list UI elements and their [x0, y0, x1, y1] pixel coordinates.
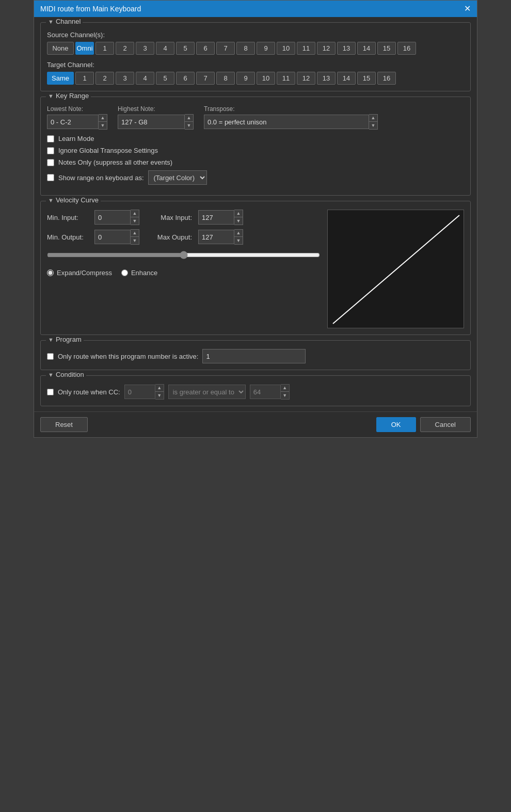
source-ch-btn-16[interactable]: 16 — [397, 42, 416, 55]
target-ch-btn-5[interactable]: 5 — [156, 72, 174, 85]
source-ch-btn-3[interactable]: 3 — [136, 42, 154, 55]
expand-radio-item[interactable]: Expand/Compress — [47, 269, 112, 277]
target-ch-btn-13[interactable]: 13 — [317, 72, 336, 85]
source-ch-btn-none[interactable]: None — [47, 42, 74, 55]
min-output-up[interactable]: ▲ — [131, 230, 139, 237]
min-output-down[interactable]: ▼ — [131, 237, 139, 244]
cc-value-input[interactable] — [124, 385, 155, 399]
cancel-button[interactable]: Cancel — [420, 417, 471, 432]
source-ch-btn-6[interactable]: 6 — [196, 42, 215, 55]
source-ch-btn-1[interactable]: 1 — [95, 42, 114, 55]
target-ch-btn-9[interactable]: 9 — [236, 72, 255, 85]
close-button[interactable]: ✕ — [464, 5, 471, 13]
source-ch-btn-omni[interactable]: Omni — [75, 42, 94, 55]
threshold-up[interactable]: ▲ — [281, 385, 289, 392]
ignore-global-checkbox[interactable] — [47, 147, 54, 154]
target-ch-btn-11[interactable]: 11 — [277, 72, 295, 85]
target-ch-btn-1[interactable]: 1 — [75, 72, 94, 85]
min-input-down[interactable]: ▼ — [131, 217, 139, 225]
source-ch-btn-13[interactable]: 13 — [337, 42, 356, 55]
source-ch-btn-11[interactable]: 11 — [297, 42, 315, 55]
max-input-field[interactable] — [198, 210, 234, 225]
target-ch-btn-3[interactable]: 3 — [116, 72, 134, 85]
cc-value-down[interactable]: ▼ — [155, 392, 164, 399]
midi-route-dialog: MIDI route from Main Keyboard ✕ ▼ Channe… — [34, 0, 477, 438]
cc-value-up[interactable]: ▲ — [155, 385, 164, 392]
lowest-note-up[interactable]: ▲ — [99, 115, 107, 122]
transpose-down[interactable]: ▼ — [369, 122, 377, 129]
target-ch-btn-6[interactable]: 6 — [176, 72, 195, 85]
source-ch-btn-7[interactable]: 7 — [216, 42, 235, 55]
max-output-spinner: ▲ ▼ — [198, 229, 243, 245]
source-ch-btn-2[interactable]: 2 — [116, 42, 134, 55]
max-output-field[interactable] — [198, 230, 234, 244]
show-range-select[interactable]: (Target Color) — [148, 170, 207, 185]
program-content: Only route when this program number is a… — [47, 349, 464, 363]
max-output-down[interactable]: ▼ — [234, 237, 243, 244]
highest-note-group: Highest Note: ▲ ▼ — [118, 105, 194, 130]
max-input-spinner: ▲ ▼ — [198, 210, 243, 225]
program-header: ▼ Program — [46, 336, 84, 343]
source-ch-btn-15[interactable]: 15 — [377, 42, 396, 55]
program-number-input[interactable] — [202, 349, 306, 363]
target-ch-btn-14[interactable]: 14 — [337, 72, 356, 85]
source-ch-btn-12[interactable]: 12 — [317, 42, 336, 55]
velocity-slider-row — [47, 251, 320, 261]
ok-button[interactable]: OK — [376, 417, 416, 432]
min-output-field[interactable] — [94, 230, 131, 244]
highest-note-up[interactable]: ▲ — [185, 115, 193, 122]
key-range-header-label: Key Range — [56, 92, 89, 100]
learn-mode-checkbox[interactable] — [47, 135, 54, 142]
target-ch-btn-10[interactable]: 10 — [257, 72, 275, 85]
min-input-field[interactable] — [94, 210, 131, 225]
target-ch-btn-4[interactable]: 4 — [136, 72, 154, 85]
condition-checkbox[interactable] — [47, 389, 54, 395]
program-label: Only route when this program number is a… — [58, 353, 198, 360]
source-ch-btn-5[interactable]: 5 — [176, 42, 195, 55]
max-input-label: Max Input: — [146, 214, 192, 221]
expand-radio[interactable] — [47, 269, 54, 276]
source-ch-btn-4[interactable]: 4 — [156, 42, 174, 55]
source-ch-btn-8[interactable]: 8 — [236, 42, 255, 55]
target-ch-btn-7[interactable]: 7 — [196, 72, 215, 85]
threshold-input[interactable] — [250, 385, 281, 399]
target-ch-btn-16[interactable]: 16 — [377, 72, 396, 85]
velocity-slider[interactable] — [47, 251, 320, 259]
min-input-up[interactable]: ▲ — [131, 210, 139, 217]
threshold-spinner: ▲ ▼ — [250, 384, 290, 400]
program-checkbox[interactable] — [47, 353, 54, 360]
source-ch-btn-14[interactable]: 14 — [357, 42, 376, 55]
source-ch-btn-10[interactable]: 10 — [277, 42, 295, 55]
target-ch-btn-15[interactable]: 15 — [357, 72, 376, 85]
max-output-up[interactable]: ▲ — [234, 230, 243, 237]
highest-note-input[interactable] — [118, 115, 185, 129]
target-ch-btn-8[interactable]: 8 — [216, 72, 235, 85]
max-output-spinner-btns: ▲ ▼ — [234, 229, 243, 245]
target-ch-btn-2[interactable]: 2 — [95, 72, 114, 85]
target-ch-btn-same[interactable]: Same — [47, 72, 74, 85]
min-input-spinner: ▲ ▼ — [94, 210, 139, 225]
transpose-input[interactable] — [204, 115, 369, 129]
target-ch-btn-12[interactable]: 12 — [297, 72, 315, 85]
channel-section: ▼ Channel Source Channel(s): NoneOmni123… — [40, 22, 471, 91]
max-input-up[interactable]: ▲ — [234, 210, 243, 217]
key-range-section: ▼ Key Range Lowest Note: ▲ ▼ — [40, 97, 471, 196]
lowest-note-down[interactable]: ▼ — [99, 122, 107, 129]
transpose-up[interactable]: ▲ — [369, 115, 377, 122]
channel-header-label: Channel — [56, 18, 81, 25]
source-ch-btn-9[interactable]: 9 — [257, 42, 275, 55]
condition-operator-select[interactable]: is greater or equal to — [168, 385, 246, 399]
reset-button[interactable]: Reset — [40, 417, 88, 432]
dialog-footer: Reset OK Cancel — [34, 411, 477, 437]
highest-note-down[interactable]: ▼ — [185, 122, 193, 129]
condition-row: Only route when CC: ▲ ▼ is greater or eq… — [47, 384, 464, 400]
threshold-down[interactable]: ▼ — [281, 392, 289, 399]
show-range-checkbox[interactable] — [47, 174, 54, 181]
lowest-note-input[interactable] — [47, 115, 99, 129]
max-input-down[interactable]: ▼ — [234, 217, 243, 225]
notes-only-checkbox[interactable] — [47, 159, 54, 166]
lowest-note-spinner: ▲ ▼ — [47, 114, 107, 130]
enhance-radio-item[interactable]: Enhance — [121, 269, 157, 277]
velocity-graph — [327, 210, 464, 328]
enhance-radio[interactable] — [121, 269, 128, 276]
